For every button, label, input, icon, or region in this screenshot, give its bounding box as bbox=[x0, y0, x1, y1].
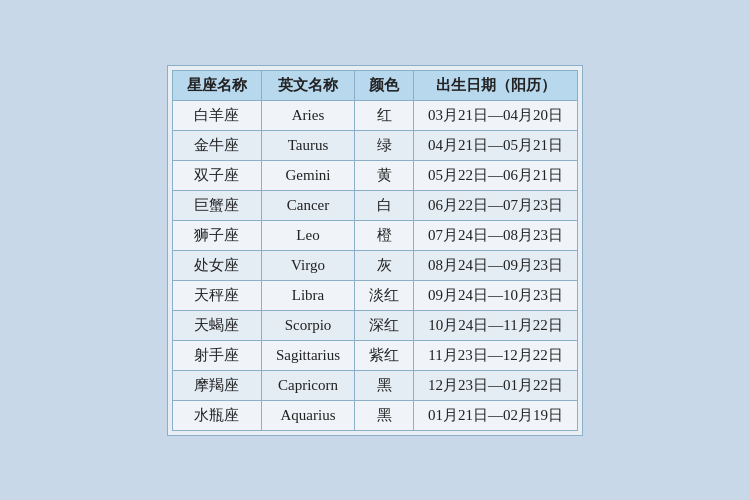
cell-row6-col2: 淡红 bbox=[355, 280, 414, 310]
cell-row1-col2: 绿 bbox=[355, 130, 414, 160]
table-row: 摩羯座Capricorn黑12月23日—01月22日 bbox=[172, 370, 577, 400]
header-color: 颜色 bbox=[355, 70, 414, 100]
header-en: 英文名称 bbox=[261, 70, 354, 100]
cell-row1-col3: 04月21日—05月21日 bbox=[414, 130, 578, 160]
cell-row3-col0: 巨蟹座 bbox=[172, 190, 261, 220]
cell-row8-col2: 紫红 bbox=[355, 340, 414, 370]
zodiac-table: 星座名称 英文名称 颜色 出生日期（阳历） 白羊座Aries红03月21日—04… bbox=[172, 70, 578, 431]
cell-row5-col2: 灰 bbox=[355, 250, 414, 280]
cell-row1-col0: 金牛座 bbox=[172, 130, 261, 160]
cell-row10-col2: 黑 bbox=[355, 400, 414, 430]
cell-row4-col0: 狮子座 bbox=[172, 220, 261, 250]
cell-row7-col3: 10月24日—11月22日 bbox=[414, 310, 578, 340]
cell-row4-col3: 07月24日—08月23日 bbox=[414, 220, 578, 250]
cell-row8-col0: 射手座 bbox=[172, 340, 261, 370]
cell-row5-col3: 08月24日—09月23日 bbox=[414, 250, 578, 280]
cell-row2-col0: 双子座 bbox=[172, 160, 261, 190]
cell-row3-col3: 06月22日—07月23日 bbox=[414, 190, 578, 220]
cell-row2-col3: 05月22日—06月21日 bbox=[414, 160, 578, 190]
cell-row7-col0: 天蝎座 bbox=[172, 310, 261, 340]
table-row: 金牛座Taurus绿04月21日—05月21日 bbox=[172, 130, 577, 160]
cell-row6-col3: 09月24日—10月23日 bbox=[414, 280, 578, 310]
cell-row10-col3: 01月21日—02月19日 bbox=[414, 400, 578, 430]
cell-row9-col1: Capricorn bbox=[261, 370, 354, 400]
cell-row3-col1: Cancer bbox=[261, 190, 354, 220]
cell-row4-col2: 橙 bbox=[355, 220, 414, 250]
cell-row8-col3: 11月23日—12月22日 bbox=[414, 340, 578, 370]
cell-row9-col0: 摩羯座 bbox=[172, 370, 261, 400]
cell-row3-col2: 白 bbox=[355, 190, 414, 220]
cell-row10-col1: Aquarius bbox=[261, 400, 354, 430]
cell-row0-col3: 03月21日—04月20日 bbox=[414, 100, 578, 130]
table-header-row: 星座名称 英文名称 颜色 出生日期（阳历） bbox=[172, 70, 577, 100]
cell-row9-col3: 12月23日—01月22日 bbox=[414, 370, 578, 400]
cell-row5-col0: 处女座 bbox=[172, 250, 261, 280]
zodiac-table-wrapper: 星座名称 英文名称 颜色 出生日期（阳历） 白羊座Aries红03月21日—04… bbox=[167, 65, 583, 436]
cell-row0-col2: 红 bbox=[355, 100, 414, 130]
cell-row2-col1: Gemini bbox=[261, 160, 354, 190]
table-row: 处女座Virgo灰08月24日—09月23日 bbox=[172, 250, 577, 280]
cell-row5-col1: Virgo bbox=[261, 250, 354, 280]
table-body: 白羊座Aries红03月21日—04月20日金牛座Taurus绿04月21日—0… bbox=[172, 100, 577, 430]
table-row: 狮子座Leo橙07月24日—08月23日 bbox=[172, 220, 577, 250]
cell-row1-col1: Taurus bbox=[261, 130, 354, 160]
cell-row9-col2: 黑 bbox=[355, 370, 414, 400]
header-zh: 星座名称 bbox=[172, 70, 261, 100]
table-row: 白羊座Aries红03月21日—04月20日 bbox=[172, 100, 577, 130]
cell-row0-col0: 白羊座 bbox=[172, 100, 261, 130]
cell-row7-col1: Scorpio bbox=[261, 310, 354, 340]
cell-row4-col1: Leo bbox=[261, 220, 354, 250]
cell-row7-col2: 深红 bbox=[355, 310, 414, 340]
cell-row2-col2: 黄 bbox=[355, 160, 414, 190]
table-row: 天秤座Libra淡红09月24日—10月23日 bbox=[172, 280, 577, 310]
header-date: 出生日期（阳历） bbox=[414, 70, 578, 100]
cell-row0-col1: Aries bbox=[261, 100, 354, 130]
cell-row6-col1: Libra bbox=[261, 280, 354, 310]
cell-row6-col0: 天秤座 bbox=[172, 280, 261, 310]
table-row: 射手座Sagittarius紫红11月23日—12月22日 bbox=[172, 340, 577, 370]
table-row: 双子座Gemini黄05月22日—06月21日 bbox=[172, 160, 577, 190]
table-row: 巨蟹座Cancer白06月22日—07月23日 bbox=[172, 190, 577, 220]
table-row: 水瓶座Aquarius黑01月21日—02月19日 bbox=[172, 400, 577, 430]
cell-row10-col0: 水瓶座 bbox=[172, 400, 261, 430]
cell-row8-col1: Sagittarius bbox=[261, 340, 354, 370]
table-row: 天蝎座Scorpio深红10月24日—11月22日 bbox=[172, 310, 577, 340]
